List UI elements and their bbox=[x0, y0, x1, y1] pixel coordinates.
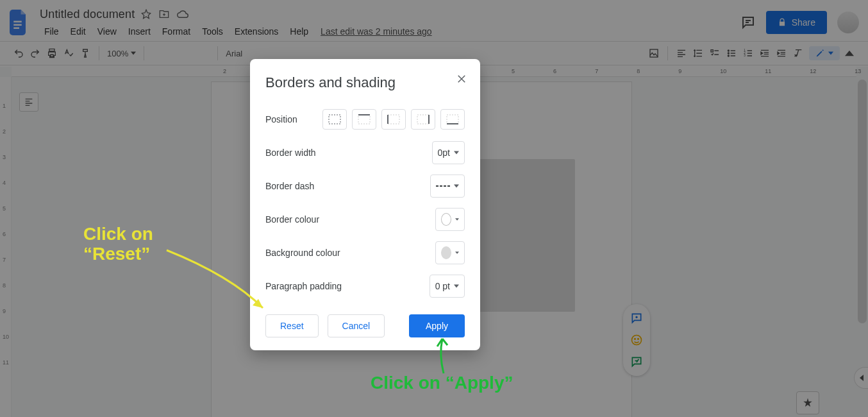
svg-rect-14 bbox=[329, 115, 340, 124]
border-dash-select[interactable] bbox=[430, 174, 465, 198]
border-dash-label: Border dash bbox=[265, 181, 314, 191]
chevron-down-icon bbox=[455, 217, 459, 222]
dash-preview-icon bbox=[436, 185, 450, 187]
position-left-button[interactable] bbox=[381, 109, 406, 130]
borders-shading-dialog: Borders and shading Position Border widt… bbox=[250, 59, 480, 350]
svg-rect-19 bbox=[417, 115, 429, 124]
dialog-close-button[interactable] bbox=[456, 73, 467, 85]
chevron-down-icon bbox=[455, 250, 459, 255]
svg-rect-17 bbox=[388, 115, 399, 124]
border-width-label: Border width bbox=[265, 148, 316, 158]
apply-button[interactable]: Apply bbox=[409, 314, 465, 337]
position-right-button[interactable] bbox=[411, 109, 435, 130]
position-options bbox=[322, 109, 465, 130]
chevron-down-icon bbox=[454, 284, 459, 289]
position-top-button[interactable] bbox=[352, 109, 376, 130]
border-colour-select[interactable] bbox=[435, 208, 465, 231]
reset-button[interactable]: Reset bbox=[265, 314, 319, 337]
dialog-title: Borders and shading bbox=[265, 74, 465, 91]
position-bottom-button[interactable] bbox=[440, 109, 465, 130]
background-colour-label: Background colour bbox=[265, 248, 340, 258]
chevron-down-icon bbox=[454, 183, 459, 189]
chevron-down-icon bbox=[454, 150, 459, 155]
paragraph-padding-select[interactable]: 0 pt bbox=[430, 275, 465, 298]
border-width-select[interactable]: 0pt bbox=[432, 141, 465, 164]
svg-rect-21 bbox=[447, 115, 458, 124]
cancel-button[interactable]: Cancel bbox=[328, 314, 385, 337]
colour-swatch-icon bbox=[441, 246, 451, 259]
border-colour-label: Border colour bbox=[265, 214, 319, 225]
close-icon bbox=[456, 73, 467, 85]
svg-rect-15 bbox=[358, 115, 370, 124]
background-colour-select[interactable] bbox=[435, 241, 465, 264]
paragraph-padding-label: Paragraph padding bbox=[265, 281, 342, 291]
colour-swatch-icon bbox=[441, 213, 451, 226]
position-label: Position bbox=[265, 114, 297, 124]
position-all-button[interactable] bbox=[322, 109, 347, 130]
